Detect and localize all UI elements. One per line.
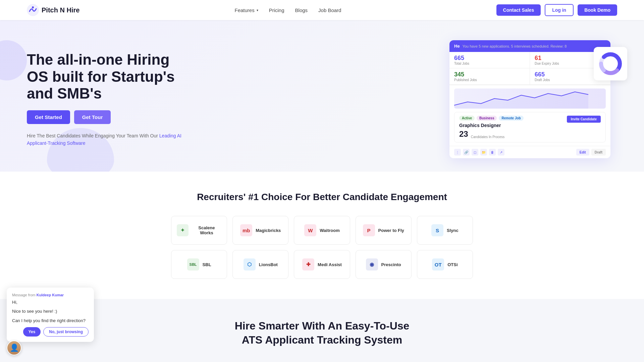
- invite-candidate-button[interactable]: Invite Candidate: [567, 116, 601, 123]
- logo-card-sbl[interactable]: SBLSBL: [171, 250, 227, 279]
- otsi-name: OTSi: [447, 262, 458, 267]
- slync-name: Slync: [447, 228, 459, 233]
- mockup-header: He You have 5 new applications. 5 interv…: [449, 40, 610, 52]
- stat-label-published: Published Jobs: [454, 78, 525, 82]
- mockup-header-text: He: [454, 44, 460, 49]
- hero-dashboard: He You have 5 new applications. 5 interv…: [449, 40, 617, 158]
- logo-card-prescinto[interactable]: ◉Prescinto: [356, 250, 412, 279]
- lionsbot-name: LionsBot: [259, 262, 278, 267]
- stat-label-total: Total Jobs: [454, 62, 525, 65]
- mediassist-name: Medi Assist: [318, 262, 342, 267]
- chat-avatar[interactable]: 👤: [7, 341, 21, 354]
- contact-sales-button[interactable]: Contact Sales: [496, 4, 541, 16]
- action-icon-4[interactable]: 📁: [480, 149, 487, 156]
- logo-card-magicbricks[interactable]: mbMagicbricks: [232, 216, 288, 245]
- chat-bubble-1: Hi,: [12, 299, 89, 306]
- job-card-content: Active Business Remote Job Graphics Desi…: [459, 116, 563, 139]
- hero-blob-left: [0, 40, 27, 80]
- action-icon-3[interactable]: ◻: [472, 149, 478, 156]
- get-tour-button[interactable]: Get Tour: [74, 110, 111, 124]
- mediassist-icon: ✚: [302, 258, 314, 270]
- candidates-count: 23: [459, 129, 468, 139]
- prescinto-name: Prescinto: [381, 262, 401, 267]
- action-icon-5[interactable]: 🗑: [489, 149, 496, 156]
- nav-actions: Contact Sales Log in Book Demo: [496, 4, 617, 16]
- magicbricks-icon: mb: [240, 224, 252, 236]
- mockup-stats: 665 Total Jobs 61 Due Expiry Jobs 345 Pu…: [449, 52, 610, 85]
- nav-job-board[interactable]: Job Board: [318, 7, 341, 13]
- chat-bubble-3: Can I help you find the right direction?: [12, 317, 89, 324]
- action-icon-1[interactable]: ⋮: [454, 149, 461, 156]
- powertofly-name: Power to Fly: [378, 228, 404, 233]
- book-demo-button[interactable]: Book Demo: [578, 4, 617, 16]
- logo-link[interactable]: Pitch N Hire: [27, 4, 79, 16]
- logo-card-mediassist[interactable]: ✚Medi Assist: [294, 250, 350, 279]
- logo-card-lionsbot[interactable]: ⬡LionsBot: [232, 250, 288, 279]
- waitroom-name: Waitroom: [320, 228, 339, 233]
- chevron-down-icon: ▾: [257, 8, 258, 12]
- slync-icon: S: [431, 224, 443, 236]
- hero-content-left: The all-in-one Hiring OS built for Start…: [27, 51, 188, 147]
- job-card: Active Business Remote Job Graphics Desi…: [454, 112, 606, 142]
- chat-no-button[interactable]: No, just browsing: [43, 327, 89, 337]
- nav-features[interactable]: Features ▾: [234, 7, 258, 13]
- recruiters-title: Recruiters' #1 Choice For Better Candida…: [27, 192, 617, 202]
- edit-button[interactable]: Edit: [576, 149, 589, 156]
- magicbricks-name: Magicbricks: [256, 228, 281, 233]
- sbl-icon: SBL: [187, 258, 199, 270]
- mockup-actions: ⋮ 🔗 ◻ 📁 🗑 ↗ Edit Draft: [449, 146, 610, 158]
- logo-icon: [27, 4, 39, 16]
- waitroom-icon: W: [304, 224, 316, 236]
- candidates-label: Candidates In Process: [471, 135, 505, 139]
- logo-card-waitroom[interactable]: WWaitroom: [294, 216, 350, 245]
- stat-total-jobs: 665 Total Jobs: [449, 52, 530, 68]
- chat-from: Message from Kuldeep Kumar: [12, 293, 89, 297]
- chart-svg: [454, 88, 606, 109]
- logo-card-scalene[interactable]: ✦Scalene Works: [171, 216, 227, 245]
- scalene-icon: ✦: [177, 224, 189, 236]
- dashboard-mockup: He You have 5 new applications. 5 interv…: [449, 40, 610, 158]
- action-icon-6[interactable]: ↗: [498, 149, 504, 156]
- tag-active: Active: [459, 116, 475, 121]
- draft-button[interactable]: Draft: [591, 149, 606, 156]
- logo-card-otsi[interactable]: OTOTSi: [417, 250, 473, 279]
- action-icon-2[interactable]: 🔗: [463, 149, 470, 156]
- get-started-button[interactable]: Get Started: [27, 110, 70, 124]
- chat-from-name: Kuldeep Kumar: [37, 293, 64, 297]
- stat-num-published: 345: [454, 71, 525, 78]
- nav-links: Features ▾ Pricing Blogs Job Board: [234, 7, 341, 13]
- hero-buttons: Get Started Get Tour: [27, 110, 188, 124]
- chat-yes-button[interactable]: Yes: [23, 327, 41, 337]
- hero-subtitle: Hire The Best Candidates While Engaging …: [27, 132, 188, 147]
- lionsbot-icon: ⬡: [244, 258, 256, 270]
- mockup-body: Active Business Remote Job Graphics Desi…: [449, 85, 610, 146]
- job-title: Graphics Designer: [459, 123, 563, 128]
- stat-published: 345 Published Jobs: [449, 68, 530, 85]
- chat-widget: Message from Kuldeep Kumar Hi, Nice to s…: [7, 288, 94, 342]
- hire-smarter-title: Hire Smarter With An Easy-To-Use ATS App…: [27, 319, 617, 347]
- powertofly-icon: P: [363, 224, 375, 236]
- recruiters-section: Recruiters' #1 Choice For Better Candida…: [0, 172, 644, 299]
- logo-card-powertofly[interactable]: PPower to Fly: [356, 216, 412, 245]
- logos-grid: ✦Scalene WorksmbMagicbricksWWaitroomPPow…: [171, 216, 473, 279]
- chat-bubble-2: Nice to see you here! :): [12, 308, 89, 315]
- donut-chart-overlay: [594, 47, 627, 80]
- avatar-face: 👤: [7, 341, 21, 354]
- job-card-tags: Active Business Remote Job: [459, 116, 563, 121]
- scalene-name: Scalene Works: [192, 225, 222, 235]
- hero-title: The all-in-one Hiring OS built for Start…: [27, 51, 188, 102]
- nav-blogs[interactable]: Blogs: [295, 7, 308, 13]
- svg-point-1: [32, 6, 34, 8]
- login-button[interactable]: Log in: [545, 4, 574, 16]
- hero-section: The all-in-one Hiring OS built for Start…: [0, 20, 644, 172]
- prescinto-icon: ◉: [366, 258, 378, 270]
- logo-text: Pitch N Hire: [42, 6, 79, 14]
- nav-pricing[interactable]: Pricing: [269, 7, 284, 13]
- stat-num-total: 665: [454, 55, 525, 62]
- chat-action-buttons: Yes No, just browsing: [12, 327, 89, 337]
- hire-smarter-section: Hire Smarter With An Easy-To-Use ATS App…: [0, 299, 644, 354]
- donut-chart-svg: [597, 50, 624, 77]
- svg-marker-6: [454, 92, 588, 109]
- logo-card-slync[interactable]: SSlync: [417, 216, 473, 245]
- candidates-chart: [454, 88, 606, 109]
